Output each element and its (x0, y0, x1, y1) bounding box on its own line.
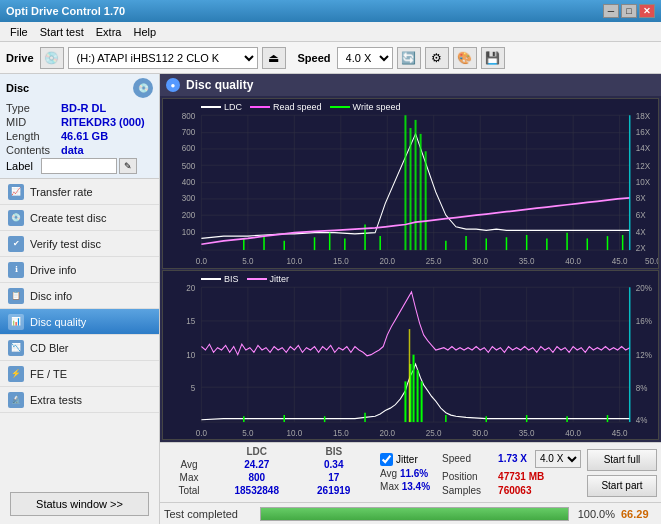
col-header-bis: BIS (299, 445, 368, 458)
svg-text:0.0: 0.0 (196, 427, 207, 438)
svg-text:4X: 4X (636, 226, 646, 237)
disc-type-label: Type (6, 102, 61, 114)
svg-text:0.0: 0.0 (196, 255, 207, 266)
disc-length-row: Length 46.61 GB (6, 130, 153, 142)
position-label: Position (442, 471, 494, 482)
disc-info-panel: Disc 💿 Type BD-R DL MID RITEKDR3 (000) L… (0, 74, 159, 179)
disc-type-value: BD-R DL (61, 102, 106, 114)
svg-text:14X: 14X (636, 143, 651, 154)
start-part-button[interactable]: Start part (587, 475, 657, 497)
bottom-chart-legend: BIS Jitter (201, 274, 289, 284)
svg-text:15: 15 (186, 315, 195, 326)
position-row: Position 47731 MB (442, 471, 581, 482)
svg-text:12%: 12% (636, 349, 652, 360)
svg-text:35.0: 35.0 (519, 427, 535, 438)
refresh-icon[interactable]: 🔄 (397, 47, 421, 69)
svg-text:45.0: 45.0 (612, 427, 628, 438)
max-label: Max (164, 471, 214, 484)
sidebar-item-create-test-disc[interactable]: 💿 Create test disc (0, 205, 159, 231)
disc-contents-value: data (61, 144, 84, 156)
svg-text:100: 100 (182, 226, 196, 237)
jitter-values: Avg 11.6% Max 13.4% (380, 468, 430, 492)
maximize-button[interactable]: □ (621, 4, 637, 18)
svg-text:50.0: 50.0 (645, 255, 658, 266)
disc-contents-row: Contents data (6, 144, 153, 156)
close-button[interactable]: ✕ (639, 4, 655, 18)
svg-text:8%: 8% (636, 382, 648, 393)
disc-mid-row: MID RITEKDR3 (000) (6, 116, 153, 128)
eject-icon[interactable]: ⏏ (262, 47, 286, 69)
chart-title-bar: ● Disc quality (160, 74, 661, 96)
jitter-avg: Avg 11.6% (380, 468, 430, 479)
max-bis-value: 17 (299, 471, 368, 484)
svg-text:5.0: 5.0 (242, 427, 253, 438)
drive-selector[interactable]: (H:) ATAPI iHBS112 2 CLO K (68, 47, 258, 69)
charts-container: LDC Read speed Write speed (160, 96, 661, 442)
speed-stat-label: Speed (442, 453, 494, 464)
sidebar-item-verify-test-disc[interactable]: ✔ Verify test disc (0, 231, 159, 257)
bottom-chart-svg: 20 15 10 5 20% 16% 12% 8% 4% 0.0 5.0 10.… (163, 271, 658, 440)
disc-label-key: Label (6, 160, 41, 172)
verify-test-disc-icon: ✔ (8, 236, 24, 252)
stats-avg-row: Avg 24.27 0.34 (164, 458, 368, 471)
bis-legend-item: BIS (201, 274, 239, 284)
extra-tests-icon: 🔬 (8, 392, 24, 408)
sidebar: Disc 💿 Type BD-R DL MID RITEKDR3 (000) L… (0, 74, 160, 524)
speed-label: Speed (298, 52, 331, 64)
speed-position-section: Speed 1.73 X 4.0 X Position 47731 MB Sam… (442, 445, 581, 500)
sidebar-item-disc-quality[interactable]: 📊 Disc quality (0, 309, 159, 335)
svg-text:800: 800 (182, 110, 196, 121)
drive-icon: 💿 (40, 47, 64, 69)
sidebar-item-extra-tests[interactable]: 🔬 Extra tests (0, 387, 159, 413)
read-speed-legend-label: Read speed (273, 102, 322, 112)
sidebar-item-disc-info[interactable]: 📋 Disc info (0, 283, 159, 309)
ldc-legend-label: LDC (224, 102, 242, 112)
menu-help[interactable]: Help (127, 24, 162, 40)
svg-text:15.0: 15.0 (333, 255, 349, 266)
svg-text:16%: 16% (636, 315, 652, 326)
svg-text:30.0: 30.0 (472, 255, 488, 266)
svg-text:500: 500 (182, 160, 196, 171)
minimize-button[interactable]: ─ (603, 4, 619, 18)
speed-stat-selector[interactable]: 4.0 X (535, 450, 581, 468)
jitter-section: Jitter Avg 11.6% Max 13.4% (374, 445, 436, 500)
drive-info-icon: ℹ (8, 262, 24, 278)
menu-bar: File Start test Extra Help (0, 22, 661, 42)
progress-bar-container (260, 507, 569, 521)
status-window-button[interactable]: Status window >> (10, 492, 149, 516)
stats-bar: LDC BIS Avg 24.27 0.34 Max 800 (160, 442, 661, 502)
speed-selector[interactable]: 4.0 X 1.0 X 2.0 X 8.0 X (337, 47, 393, 69)
top-chart: LDC Read speed Write speed (162, 98, 659, 269)
status-text: Test completed (164, 508, 254, 520)
progress-percent: 100.0% (575, 508, 615, 520)
write-speed-legend-color (330, 106, 350, 108)
svg-text:25.0: 25.0 (426, 427, 442, 438)
svg-text:30.0: 30.0 (472, 427, 488, 438)
settings-icon[interactable]: ⚙ (425, 47, 449, 69)
sidebar-item-transfer-rate[interactable]: 📈 Transfer rate (0, 179, 159, 205)
menu-file[interactable]: File (4, 24, 34, 40)
save-icon[interactable]: 💾 (481, 47, 505, 69)
title-bar: Opti Drive Control 1.70 ─ □ ✕ (0, 0, 661, 22)
color-icon[interactable]: 🎨 (453, 47, 477, 69)
jitter-checkbox[interactable] (380, 453, 393, 466)
svg-text:16X: 16X (636, 126, 651, 137)
sidebar-item-cd-bler[interactable]: 📉 CD Bler (0, 335, 159, 361)
total-label: Total (164, 484, 214, 497)
disc-label-input[interactable] (41, 158, 117, 174)
menu-extra[interactable]: Extra (90, 24, 128, 40)
menu-start-test[interactable]: Start test (34, 24, 90, 40)
start-full-button[interactable]: Start full (587, 449, 657, 471)
disc-icon: 💿 (133, 78, 153, 98)
bis-legend-color (201, 278, 221, 280)
sidebar-item-drive-info[interactable]: ℹ Drive info (0, 257, 159, 283)
speed-row: Speed 1.73 X 4.0 X (442, 450, 581, 468)
sidebar-item-fe-te[interactable]: ⚡ FE / TE (0, 361, 159, 387)
ldc-legend-color (201, 106, 221, 108)
disc-label-btn[interactable]: ✎ (119, 158, 137, 174)
svg-text:300: 300 (182, 193, 196, 204)
bottom-chart: BIS Jitter (162, 270, 659, 441)
action-buttons: Start full Start part (587, 445, 657, 500)
avg-bis-value: 0.34 (299, 458, 368, 471)
position-value: 47731 MB (498, 471, 544, 482)
